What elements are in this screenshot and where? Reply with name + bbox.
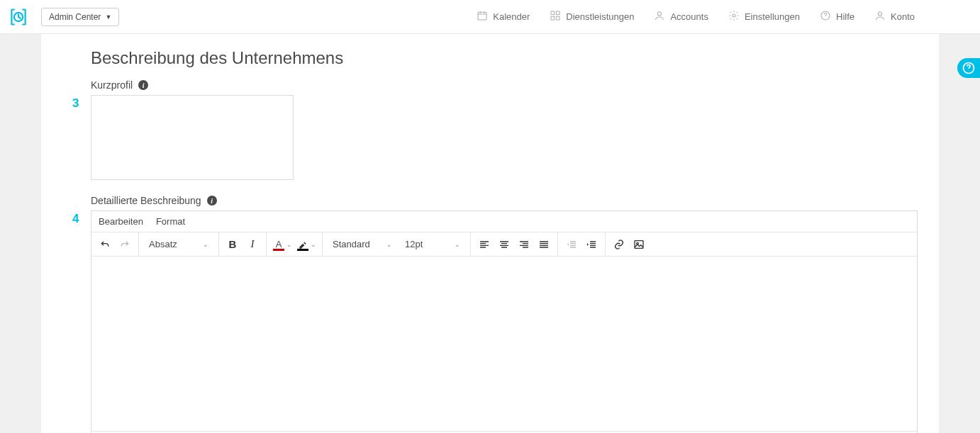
chevron-down-icon: ⌄ bbox=[311, 241, 316, 248]
shortprofile-block: 3 Kurzprofil i bbox=[91, 79, 918, 182]
align-justify-button[interactable] bbox=[535, 235, 553, 254]
svg-point-6 bbox=[658, 12, 662, 16]
detailed-label: Detaillierte Beschreibung bbox=[91, 195, 201, 206]
block-format-value: Absatz bbox=[149, 239, 177, 249]
content: Beschreibung des Unternehmens 3 Kurzprof… bbox=[41, 34, 939, 433]
admin-center-dropdown[interactable]: Admin Center ▼ bbox=[41, 8, 119, 26]
svg-rect-5 bbox=[557, 16, 560, 20]
chevron-down-icon: ⌄ bbox=[286, 241, 292, 248]
nav-konto[interactable]: Konto bbox=[874, 10, 915, 23]
font-family-value: Standard bbox=[333, 239, 370, 249]
align-right-button[interactable] bbox=[515, 235, 533, 254]
gear-icon bbox=[728, 10, 740, 23]
svg-rect-4 bbox=[551, 16, 555, 20]
page-title: Beschreibung des Unternehmens bbox=[91, 48, 918, 68]
nav-einstellungen[interactable]: Einstellungen bbox=[728, 10, 800, 23]
nav-label: Kalender bbox=[493, 11, 530, 22]
nav-hilfe[interactable]: Hilfe bbox=[820, 10, 854, 23]
text-color-button[interactable]: A ⌄ bbox=[271, 238, 294, 251]
shortprofile-input[interactable] bbox=[91, 95, 294, 180]
nav-kalender[interactable]: Kalender bbox=[477, 10, 530, 23]
top-nav: Kalender Dienstleistungen Accounts Einst… bbox=[477, 10, 971, 23]
indent-button[interactable] bbox=[582, 235, 601, 254]
font-family-select[interactable]: Standard ⌄ bbox=[327, 239, 398, 249]
svg-point-7 bbox=[733, 14, 735, 17]
background-color-button[interactable]: ⌄ bbox=[295, 238, 318, 251]
outdent-button[interactable] bbox=[562, 235, 581, 254]
shortprofile-label: Kurzprofil bbox=[91, 79, 133, 91]
chevron-down-icon: ▼ bbox=[105, 13, 111, 21]
admin-center-label: Admin Center bbox=[49, 12, 101, 22]
font-size-select[interactable]: 12pt ⌄ bbox=[399, 239, 466, 249]
chevron-down-icon: ⌄ bbox=[386, 241, 392, 248]
align-left-button[interactable] bbox=[475, 235, 494, 254]
svg-rect-1 bbox=[478, 12, 486, 20]
italic-button[interactable]: I bbox=[243, 235, 262, 254]
editor-body[interactable] bbox=[91, 257, 917, 431]
brand-logo bbox=[9, 7, 28, 27]
nav-label: Einstellungen bbox=[745, 11, 800, 22]
help-icon bbox=[820, 10, 831, 23]
undo-button[interactable] bbox=[96, 235, 114, 254]
calendar-icon bbox=[477, 10, 488, 23]
svg-rect-3 bbox=[557, 11, 560, 15]
link-button[interactable] bbox=[610, 235, 628, 254]
info-icon[interactable]: i bbox=[138, 80, 148, 90]
menu-format[interactable]: Format bbox=[155, 214, 186, 229]
nav-accounts[interactable]: Accounts bbox=[654, 10, 708, 23]
nav-label: Konto bbox=[891, 11, 915, 22]
svg-rect-2 bbox=[551, 11, 555, 15]
rich-text-editor: Bearbeiten Format Abs bbox=[91, 210, 918, 433]
image-button[interactable] bbox=[630, 235, 648, 254]
bold-button[interactable]: B bbox=[223, 235, 242, 254]
top-bar: Admin Center ▼ Kalender Dienstleistungen… bbox=[0, 0, 980, 34]
menu-edit[interactable]: Bearbeiten bbox=[97, 214, 145, 229]
detailed-label-row: Detaillierte Beschreibung i bbox=[91, 195, 918, 206]
content-wrap: Beschreibung des Unternehmens 3 Kurzprof… bbox=[0, 34, 980, 433]
chevron-down-icon: ⌄ bbox=[203, 241, 208, 248]
block-format-select[interactable]: Absatz ⌄ bbox=[143, 239, 214, 249]
step-number-4: 4 bbox=[72, 212, 79, 226]
detailed-block: 4 Detaillierte Beschreibung i Bearbeiten… bbox=[91, 195, 918, 433]
svg-point-9 bbox=[878, 12, 881, 16]
grid-icon bbox=[550, 10, 561, 23]
nav-label: Dienstleistungen bbox=[566, 11, 634, 22]
editor-toolbar: Absatz ⌄ B I A ⌄ bbox=[91, 232, 917, 257]
user-icon bbox=[654, 10, 665, 23]
align-center-button[interactable] bbox=[495, 235, 513, 254]
info-icon[interactable]: i bbox=[207, 196, 217, 206]
chevron-down-icon: ⌄ bbox=[455, 241, 460, 248]
nav-label: Hilfe bbox=[836, 11, 854, 22]
user-icon bbox=[874, 10, 886, 23]
svg-rect-10 bbox=[635, 240, 643, 248]
help-fab[interactable] bbox=[957, 58, 980, 78]
nav-label: Accounts bbox=[670, 11, 708, 22]
step-number-3: 3 bbox=[72, 96, 79, 111]
shortprofile-label-row: Kurzprofil i bbox=[91, 79, 918, 91]
nav-dienstleistungen[interactable]: Dienstleistungen bbox=[550, 10, 634, 23]
font-size-value: 12pt bbox=[405, 239, 423, 249]
redo-button[interactable] bbox=[116, 235, 134, 254]
editor-menubar: Bearbeiten Format bbox=[91, 211, 917, 232]
